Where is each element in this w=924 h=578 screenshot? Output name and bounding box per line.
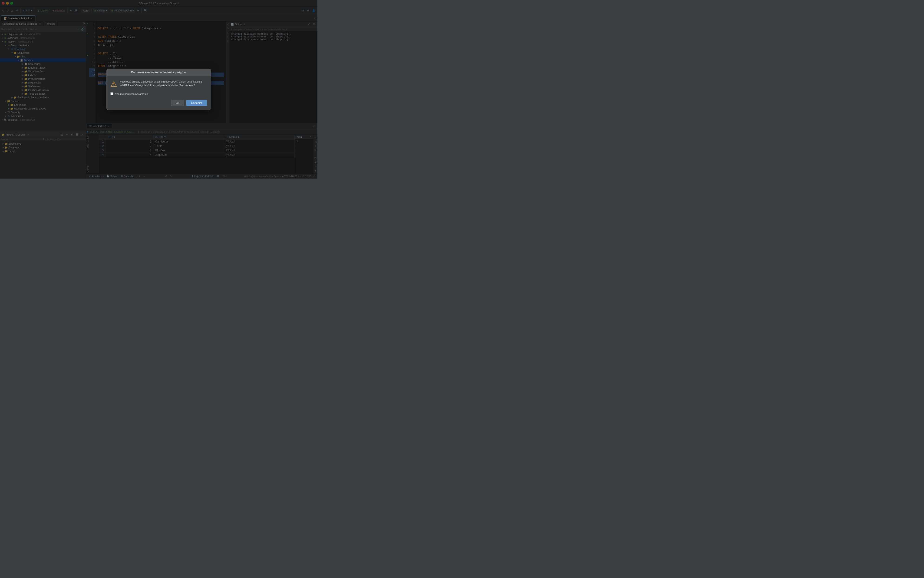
- dialog-cancel-button[interactable]: Cancelar: [186, 100, 207, 106]
- confirm-dialog: Confirmar execução de consulta perigosa …: [107, 68, 211, 110]
- dialog-title: Confirmar execução de consulta perigosa: [131, 71, 187, 74]
- dont-ask-label[interactable]: Não me pergunte novamente: [115, 93, 148, 95]
- dialog-message: Você está prestes a executar uma instruç…: [120, 80, 207, 87]
- dialog-buttons: Ok Cancelar: [107, 98, 211, 110]
- dialog-checkbox-row: Não me pergunte novamente: [107, 92, 211, 98]
- dialog-body: ⚠ Você está prestes a executar uma instr…: [107, 76, 211, 92]
- warning-icon: ⚠: [110, 80, 117, 89]
- dialog-ok-button[interactable]: Ok: [171, 100, 184, 106]
- dialog-overlay: Confirmar execução de consulta perigosa …: [0, 0, 317, 179]
- dont-ask-checkbox[interactable]: [110, 92, 113, 95]
- dialog-header: Confirmar execução de consulta perigosa: [107, 69, 211, 76]
